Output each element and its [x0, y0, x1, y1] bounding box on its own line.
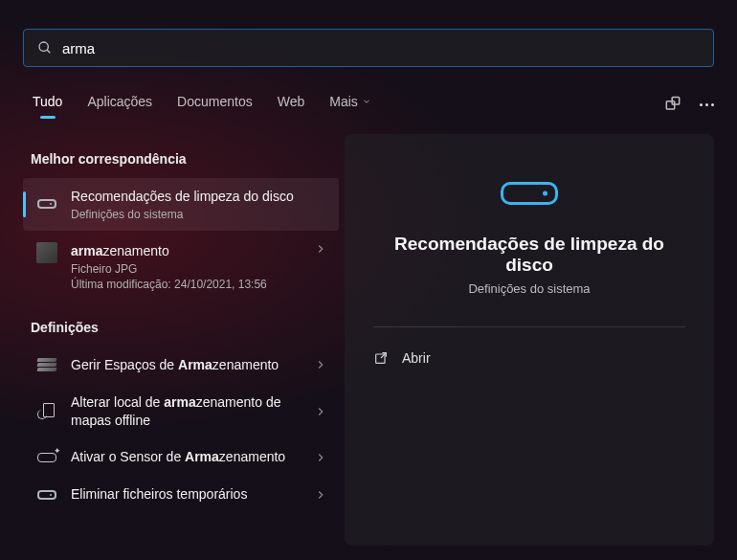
result-subtitle: Definições do sistema — [71, 208, 327, 221]
section-heading-best-match: Melhor correspondência — [31, 151, 331, 167]
results-pane: Melhor correspondência Recomendações de … — [23, 144, 339, 560]
section-heading-settings: Definições — [31, 320, 331, 335]
result-title: armazenamento — [71, 242, 314, 260]
tab-more-label: Mais — [329, 94, 358, 109]
result-title: Recomendações de limpeza do disco — [71, 188, 327, 206]
result-disk-cleanup[interactable]: Recomendações de limpeza do disco Defini… — [23, 178, 339, 231]
setting-activate-storage-sense[interactable]: Ativar o Sensor de Armazenamento — [23, 438, 339, 476]
more-options-icon[interactable] — [700, 103, 714, 106]
chevron-down-icon — [362, 97, 371, 106]
tab-web[interactable]: Web — [278, 94, 305, 115]
setting-change-offline-maps-location[interactable]: Alterar local de armazenamento de mapas … — [23, 384, 339, 439]
tab-documents[interactable]: Documentos — [177, 94, 253, 115]
disk-icon — [34, 490, 59, 500]
svg-line-1 — [47, 50, 50, 53]
map-change-icon — [34, 403, 59, 420]
search-input[interactable] — [62, 40, 700, 56]
disks-stack-icon — [34, 358, 59, 371]
detail-disk-icon — [373, 182, 685, 205]
svg-point-0 — [39, 42, 48, 51]
search-icon — [37, 40, 53, 56]
chevron-right-icon — [314, 451, 327, 464]
chevron-right-icon — [314, 242, 327, 256]
setting-manage-storage-spaces[interactable]: Gerir Espaços de Armazenamento — [23, 347, 339, 384]
jpg-thumbnail-icon — [34, 242, 59, 263]
result-title: Eliminar ficheiros temporários — [71, 485, 314, 504]
chevron-right-icon — [314, 358, 327, 371]
action-open-label: Abrir — [402, 350, 431, 366]
result-title: Ativar o Sensor de Armazenamento — [71, 448, 314, 466]
storage-sense-icon — [34, 453, 59, 462]
setting-delete-temp-files[interactable]: Eliminar ficheiros temporários — [23, 476, 339, 513]
detail-subtitle: Definições do sistema — [373, 281, 685, 296]
chevron-right-icon — [314, 488, 327, 502]
svg-rect-2 — [666, 101, 674, 109]
header-controls — [663, 95, 714, 114]
filter-tabs: Tudo Aplicações Documentos Web Mais — [33, 94, 371, 115]
chevron-right-icon — [314, 405, 327, 418]
window-detach-icon[interactable] — [663, 95, 682, 114]
result-meta: Última modificação: 24/10/2021, 13:56 — [71, 278, 314, 291]
result-armazenamento-file[interactable]: armazenamento Ficheiro JPG Última modifi… — [23, 231, 339, 302]
result-title: Alterar local de armazenamento de mapas … — [71, 393, 314, 430]
search-box[interactable] — [23, 29, 714, 67]
divider — [373, 326, 685, 327]
action-open[interactable]: Abrir — [373, 345, 685, 371]
filter-tabs-row: Tudo Aplicações Documentos Web Mais — [33, 90, 714, 119]
detail-pane: Recomendações de limpeza do disco Defini… — [345, 134, 714, 546]
result-subtitle: Ficheiro JPG — [71, 262, 314, 276]
tab-all[interactable]: Tudo — [33, 94, 62, 115]
tab-apps[interactable]: Aplicações — [87, 94, 152, 115]
detail-title: Recomendações de limpeza do disco — [373, 234, 685, 276]
disk-icon — [34, 199, 59, 209]
tab-more[interactable]: Mais — [329, 94, 371, 115]
result-title: Gerir Espaços de Armazenamento — [71, 356, 314, 374]
open-external-icon — [373, 350, 389, 366]
